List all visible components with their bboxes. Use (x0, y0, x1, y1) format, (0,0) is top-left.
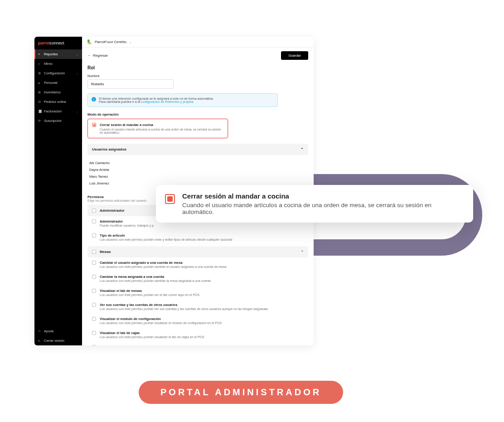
section-title: Administrador (100, 209, 125, 213)
permission-checkbox[interactable] (92, 289, 96, 293)
permission-title: Tipo de artículo (100, 233, 232, 238)
chevron-down-icon[interactable]: ⌄ (129, 40, 132, 44)
actionbar: ← Regresar Guardar (82, 48, 314, 63)
permission-checkbox[interactable] (92, 331, 96, 335)
list-item: Ale Camacho (89, 160, 306, 166)
portal-admin-badge: PORTAL ADMINISTRADOR (139, 381, 343, 404)
permission-checkbox[interactable] (92, 219, 96, 223)
sidebar-item-suscripcion[interactable]: ⟳ Suscripción (34, 116, 82, 126)
modo-title: Cerrar sesión al mandar a cocina (100, 123, 223, 127)
info-line1: Si tienes una retención configurada se l… (99, 97, 214, 100)
sidebar-item-ayuda[interactable]: ⚐ Ayuda (34, 326, 82, 336)
permission-desc: Puede modificar usuarios, trabajos y p (100, 224, 154, 227)
menu-icon: ⌂ (38, 62, 42, 65)
sidebar-item-pedidos-online[interactable]: ⊡ Pedidos online (34, 97, 82, 107)
permission-item: Visualizar el tab de mesas Los usuarios … (87, 286, 308, 300)
permission-checkbox[interactable] (92, 275, 96, 279)
callout-checkbox-icon (165, 194, 175, 204)
info-icon: i (92, 97, 96, 102)
modo-heading: Modo de operación (87, 112, 308, 116)
chevron-up-icon: ⌃ (300, 147, 304, 151)
back-label: Regresar (93, 53, 108, 58)
subscription-icon: ⟳ (38, 119, 42, 123)
permission-title: Visualizar el tab de mesas (100, 289, 199, 293)
arrow-left-icon: ← (87, 53, 91, 58)
permission-desc: Los usuarios con este permiso podrán cre… (100, 238, 232, 241)
permission-desc: Los usuarios con este permiso podrán ver… (100, 293, 199, 296)
permission-checkbox[interactable] (92, 261, 96, 265)
sidebar-item-label: Reportes (44, 52, 58, 56)
invoice-icon: 🧾 (38, 110, 42, 113)
permission-title: Administrador (100, 219, 154, 223)
permission-checkbox[interactable] (92, 317, 96, 321)
orders-icon: ⊡ (38, 100, 42, 104)
sidebar-item-facturacion[interactable]: 🧾 Facturación ⌄ (34, 107, 82, 116)
permission-checkbox[interactable] (92, 303, 96, 307)
page-title: Rol (87, 65, 308, 70)
usuarios-accordion-header[interactable]: Usuarios asignados ⌃ (87, 144, 308, 155)
chevron-up-icon: ⌃ (301, 250, 304, 254)
sidebar-item-configuracion[interactable]: ⚙ Configuración ⌄ (34, 68, 82, 78)
sidebar-item-reportes[interactable]: ≡ Reportes ⌄ (34, 49, 82, 59)
sidebar-item-label: Personal (44, 81, 58, 85)
info-banner: i Si tienes una retención configurada se… (87, 93, 278, 107)
logout-icon: ⎋ (38, 339, 42, 342)
nav-list: ≡ Reportes ⌄ ⌂ Menú ⚙ Configuración ⌄ ⩁ … (34, 49, 82, 345)
sidebar-item-label: Ayuda (44, 329, 53, 333)
chevron-down-icon: ⌄ (76, 72, 78, 75)
sidebar-item-label: Menú (44, 62, 53, 66)
permission-desc: Los usuarios con este permiso podrán vis… (100, 321, 222, 325)
permission-checkbox[interactable] (92, 345, 96, 345)
reports-icon: ≡ (38, 53, 42, 56)
modo-operacion-option[interactable]: Cerrar sesión al mandar a cocina Cuando … (87, 119, 228, 138)
permission-item: Visualizar el tab de pedidos Los usuario… (87, 342, 308, 345)
permission-item: Ver sus cuentas y las cuentas de otros u… (87, 300, 308, 314)
help-icon: ⚐ (38, 330, 42, 333)
permission-item: Visualizar el tab de cajas Los usuarios … (87, 328, 308, 342)
sidebar-item-inventarios[interactable]: ⊞ Inventarios (34, 87, 82, 97)
list-item: Dayra Arrieta (89, 166, 306, 173)
inventory-icon: ⊞ (38, 91, 42, 94)
logo-part2: connect (50, 41, 64, 45)
sidebar-item-label: Facturación (44, 109, 62, 113)
permission-desc: Los usuarios con este permiso podrán cam… (100, 265, 226, 268)
permission-desc: Los usuarios con este permiso podrán ver… (100, 307, 268, 310)
gear-icon: ⚙ (38, 72, 42, 75)
permission-title: Cambiar la mesa asignada a una cuenta (100, 275, 211, 279)
modo-checkbox[interactable] (92, 123, 96, 127)
section-title: Mesas (100, 250, 111, 254)
permission-checkbox[interactable] (92, 233, 96, 238)
sidebar: parrotconnect ≡ Reportes ⌄ ⌂ Menú ⚙ Conf… (34, 37, 82, 345)
sidebar-item-label: Cerrar sesión (44, 339, 64, 343)
permission-title: Visualizar el tab de pedidos (100, 345, 208, 345)
sidebar-item-label: Suscripción (44, 119, 62, 123)
sidebar-item-cerrar-sesion[interactable]: ⎋ Cerrar sesión (34, 336, 82, 345)
logo-part1: parrot (38, 41, 50, 45)
section-checkbox[interactable] (92, 250, 96, 254)
name-label: Nombre (87, 74, 308, 78)
permission-item: Cambiar la mesa asignada a una cuenta Lo… (87, 272, 308, 286)
save-button[interactable]: Guardar (281, 51, 308, 60)
usuarios-heading: Usuarios asignados (92, 147, 126, 151)
callout-desc: Cuando el usuario mande artículos a coci… (182, 202, 464, 215)
name-input[interactable] (87, 79, 174, 89)
chevron-down-icon: ⌄ (76, 53, 78, 56)
section-checkbox[interactable] (92, 209, 96, 213)
info-link[interactable]: configuración de Retención y propina (141, 100, 194, 103)
permisos-section-mesas[interactable]: Mesas ⌃ (87, 246, 308, 257)
sidebar-item-label: Pedidos online (44, 100, 66, 104)
topbar: 🦜 ParrotFood Centrito ⌄ (82, 37, 314, 48)
callout-title: Cerrar sesión al mandar a cocina (182, 192, 464, 200)
sidebar-item-menu[interactable]: ⌂ Menú (34, 59, 82, 68)
permission-item: Cambiar el usuario asignado a una cuenta… (87, 257, 308, 272)
permission-title: Visualizar el módulo de configuración (100, 317, 222, 321)
sidebar-item-personal[interactable]: ⩁ Personal (34, 78, 82, 87)
logo: parrotconnect (34, 37, 82, 49)
person-icon: ⩁ (38, 81, 42, 84)
permission-title: Visualizar el tab de cajas (100, 331, 204, 335)
modo-desc: Cuando el usuario mande artículos a coci… (100, 128, 223, 134)
info-line2a: Para cambiarla puedes ir a la (99, 100, 141, 103)
permission-desc: Los usuarios con este permiso podrán vis… (100, 335, 204, 339)
chevron-down-icon: ⌄ (76, 110, 78, 113)
back-button[interactable]: ← Regresar (87, 53, 108, 58)
